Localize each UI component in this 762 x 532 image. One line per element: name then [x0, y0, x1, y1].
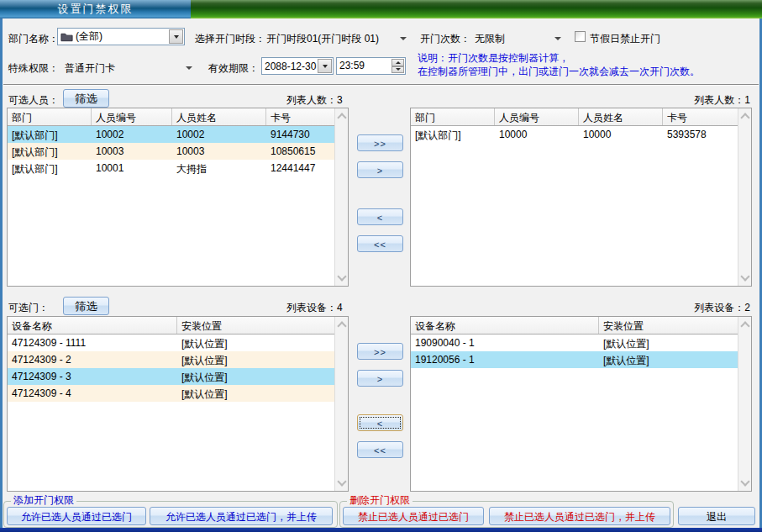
- table-cell: 大拇指: [172, 160, 266, 176]
- table-row[interactable]: [默认部门]100031000310850615: [8, 143, 348, 160]
- doors-add-one-button[interactable]: >: [357, 370, 403, 387]
- doors-remove-one-button[interactable]: <: [357, 414, 403, 431]
- chevron-down-icon[interactable]: [169, 29, 183, 44]
- table-cell: 19120056 - 1: [411, 351, 599, 368]
- column-header[interactable]: 部门: [411, 108, 495, 125]
- table-row[interactable]: [默认部门]10002100029144730: [8, 126, 348, 143]
- vertical-scrollbar[interactable]: [738, 108, 751, 286]
- table-cell: [默认部门]: [8, 160, 92, 176]
- table-cell: 10850615: [266, 143, 337, 160]
- scroll-up-icon[interactable]: [337, 321, 346, 330]
- filter-doors-button[interactable]: 筛选: [63, 297, 109, 315]
- chevron-down-icon[interactable]: [318, 59, 332, 73]
- table-cell: [默认部门]: [8, 126, 92, 143]
- open-count-select[interactable]: 无限制: [475, 32, 505, 46]
- persons-remove-all-button[interactable]: <<: [357, 235, 403, 252]
- table-row[interactable]: 47124309 - 1111[默认位置]: [8, 334, 348, 351]
- holiday-forbid-label: 节假日禁止开门: [590, 32, 660, 46]
- chevron-down-icon[interactable]: [186, 66, 192, 70]
- column-header[interactable]: 设备名称: [411, 317, 599, 334]
- available-doors-label: 可选门：: [8, 301, 49, 315]
- available-persons-count: 列表人数：3: [286, 93, 343, 108]
- allow-selected-button[interactable]: 允许已选人员通过已选门: [7, 507, 146, 525]
- vertical-scrollbar[interactable]: [738, 317, 751, 491]
- column-header[interactable]: 部门: [8, 108, 92, 125]
- table-cell: 10002: [92, 126, 172, 143]
- chevron-down-icon[interactable]: [554, 37, 561, 40]
- add-permission-group-label: 添加开门权限: [11, 494, 76, 506]
- table-row[interactable]: 47124309 - 4[默认位置]: [8, 385, 348, 402]
- table-cell: 10003: [172, 143, 266, 160]
- scroll-down-icon[interactable]: [337, 271, 346, 281]
- column-header[interactable]: 人员编号: [92, 108, 172, 125]
- table-row[interactable]: 19090040 - 1[默认位置]: [411, 334, 751, 351]
- department-value: (全部): [73, 29, 168, 44]
- column-header[interactable]: 人员编号: [495, 108, 579, 125]
- doors-remove-all-button[interactable]: <<: [357, 441, 403, 458]
- table-body: [默认部门]10002100029144730[默认部门]10003100031…: [8, 126, 348, 176]
- column-header[interactable]: 人员姓名: [172, 108, 266, 125]
- table-cell: 12441447: [266, 160, 337, 176]
- spin-up-icon[interactable]: [392, 59, 404, 66]
- open-period-select[interactable]: 开门时段01(开门时段 01): [266, 32, 379, 46]
- scroll-up-icon[interactable]: [337, 113, 346, 122]
- deny-selected-upload-button[interactable]: 禁止已选人员通过已选门，并上传: [489, 507, 670, 525]
- table-header: 部门人员编号人员姓名卡号: [411, 108, 751, 126]
- table-cell: 10000: [495, 126, 579, 143]
- department-select[interactable]: (全部): [57, 28, 185, 45]
- scroll-up-icon[interactable]: [740, 321, 749, 330]
- table-cell: 47124309 - 2: [8, 351, 177, 368]
- persons-remove-one-button[interactable]: <: [357, 208, 403, 225]
- vertical-scrollbar[interactable]: [334, 108, 348, 286]
- scroll-down-icon[interactable]: [740, 271, 749, 281]
- doors-add-all-button[interactable]: >>: [357, 343, 403, 360]
- chevron-down-icon[interactable]: [400, 37, 407, 40]
- table-body: 19090040 - 1[默认位置]19120056 - 1[默认位置]: [411, 334, 751, 368]
- spin-down-icon[interactable]: [392, 66, 404, 74]
- special-permission-label: 特殊权限：: [8, 61, 59, 76]
- special-permission-select[interactable]: 普通开门卡: [65, 61, 115, 76]
- table-header: 部门人员编号人员姓名卡号: [8, 108, 348, 126]
- table-cell: 19090040 - 1: [411, 334, 599, 351]
- table-cell: 10000: [579, 126, 663, 143]
- column-header[interactable]: 卡号: [266, 108, 337, 125]
- deny-selected-button[interactable]: 禁止已选人员通过已选门: [343, 507, 484, 525]
- validity-time-spinner[interactable]: 23:59: [336, 57, 406, 75]
- note-line-2: 在控制器所管理门中，出门或进门一次就会减去一次开门次数。: [418, 65, 700, 78]
- table-cell: 5393578: [663, 126, 740, 143]
- scroll-down-icon[interactable]: [740, 477, 749, 486]
- scroll-up-icon[interactable]: [740, 113, 749, 122]
- exit-button[interactable]: 退出: [678, 507, 755, 525]
- table-cell: [默认位置]: [177, 368, 337, 385]
- column-header[interactable]: 人员姓名: [579, 108, 663, 125]
- column-header[interactable]: 卡号: [663, 108, 740, 125]
- table-row[interactable]: 47124309 - 2[默认位置]: [8, 351, 348, 368]
- window-border: [0, 528, 762, 532]
- vertical-scrollbar[interactable]: [334, 317, 348, 491]
- allow-selected-upload-button[interactable]: 允许已选人员通过已选门，并上传: [150, 507, 333, 525]
- table-body: [默认部门]10000100005393578: [411, 126, 751, 143]
- selected-persons-table: 部门人员编号人员姓名卡号[默认部门]10000100005393578: [410, 108, 752, 287]
- table-cell: 47124309 - 1111: [8, 334, 177, 351]
- table-row[interactable]: [默认部门]10000100005393578: [411, 126, 751, 143]
- department-label: 部门名称：: [8, 32, 59, 46]
- validity-label: 有效期限：: [208, 61, 259, 76]
- persons-add-all-button[interactable]: >>: [357, 134, 403, 151]
- validity-date-picker[interactable]: 2088-12-30: [261, 57, 334, 75]
- column-header[interactable]: 安装位置: [177, 317, 337, 334]
- table-cell: 10002: [172, 126, 266, 143]
- table-row[interactable]: 19120056 - 1[默认位置]: [411, 351, 751, 368]
- title-tab: 设置门禁权限: [0, 0, 191, 18]
- persons-add-one-button[interactable]: >: [357, 161, 403, 178]
- column-header[interactable]: 安装位置: [599, 317, 740, 334]
- table-cell: [默认部门]: [8, 143, 92, 160]
- filter-persons-button[interactable]: 筛选: [63, 89, 109, 108]
- scroll-down-icon[interactable]: [337, 477, 346, 486]
- validity-time-value: 23:59: [337, 58, 392, 74]
- table-cell: [默认位置]: [599, 351, 740, 368]
- available-doors-count: 列表设备：4: [286, 301, 343, 315]
- column-header[interactable]: 设备名称: [8, 317, 177, 334]
- table-row[interactable]: [默认部门]10001大拇指12441447: [8, 160, 348, 176]
- table-row[interactable]: 47124309 - 3[默认位置]: [8, 368, 348, 385]
- holiday-forbid-checkbox[interactable]: [575, 31, 586, 42]
